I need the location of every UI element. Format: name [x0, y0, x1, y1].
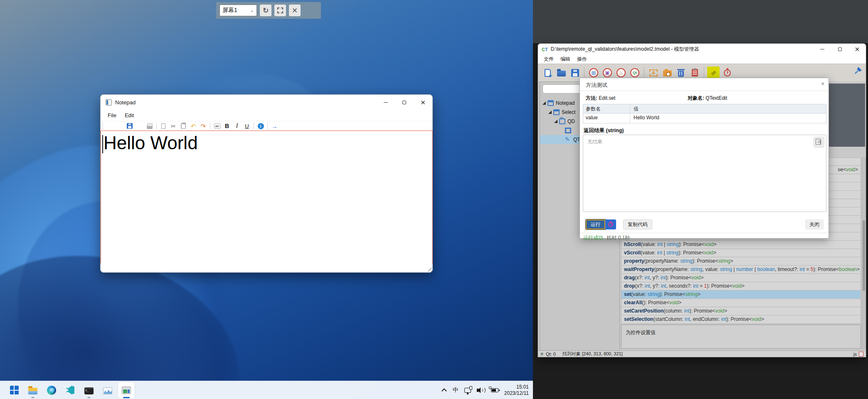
- dialog-close-button[interactable]: ×: [821, 81, 824, 87]
- new-file-button[interactable]: [105, 122, 115, 130]
- taskbar-vscode-button[interactable]: [62, 382, 79, 399]
- notepad-maximize-button[interactable]: [395, 95, 414, 110]
- forward-button[interactable]: →: [269, 122, 279, 130]
- network-icon[interactable]: [464, 388, 471, 393]
- target-image-button[interactable]: [601, 66, 614, 79]
- timer-button[interactable]: [721, 66, 733, 79]
- window-icon: [553, 109, 560, 115]
- taskbar-start-button[interactable]: [6, 382, 22, 399]
- target-window-button[interactable]: [587, 66, 600, 79]
- app-menu-item-1[interactable]: 编辑: [557, 55, 574, 64]
- font-button[interactable]: ab: [212, 122, 222, 130]
- scrollbar-thumb[interactable]: [863, 220, 865, 291]
- copy-button[interactable]: [158, 122, 168, 130]
- underline-button[interactable]: U: [242, 122, 252, 130]
- status-js-label: js: [853, 352, 857, 357]
- app-close-button[interactable]: ✕: [848, 44, 866, 55]
- bold-button[interactable]: B: [222, 122, 232, 130]
- toolbar-grip-handle[interactable]: [102, 123, 103, 129]
- method-row[interactable]: waitProperty(propertyName: string, value…: [621, 266, 861, 274]
- remote-desktop-view[interactable]: 屏幕1 ⌄ ↻ ✕ Notepad ✕ FileEdit ✂↶↷abBIUi→: [0, 0, 533, 399]
- refresh-button[interactable]: ↻: [260, 5, 271, 16]
- taskbar-terminal-button[interactable]: [81, 382, 97, 399]
- screen-select-dropdown[interactable]: 屏幕1 ⌄: [219, 5, 257, 16]
- start-icon: [10, 386, 19, 394]
- run-status-time: 耗时 0.1秒: [607, 235, 630, 241]
- camera-button[interactable]: [661, 66, 673, 79]
- link-button[interactable]: ∞: [707, 66, 720, 79]
- clipboard-button[interactable]: [688, 66, 701, 79]
- print-button[interactable]: [145, 122, 155, 130]
- redo-button[interactable]: ↷: [198, 122, 208, 130]
- method-row[interactable]: setCaretPosition(column: int): Promise<v…: [621, 307, 861, 315]
- open-folder-button[interactable]: [555, 66, 567, 79]
- method-row[interactable]: drop(x?: int, y?: int, seconds?: int = 1…: [621, 282, 861, 291]
- maximize-icon: [838, 47, 842, 51]
- method-row[interactable]: set(value: string): Promise<string>: [621, 291, 861, 299]
- resize-grip[interactable]: [426, 266, 432, 271]
- save-button[interactable]: [569, 66, 581, 79]
- app-menu-item-2[interactable]: 操作: [574, 55, 590, 64]
- taskbar-edge-button[interactable]: [43, 382, 60, 399]
- js-toggle-box[interactable]: [859, 352, 863, 357]
- volume-icon[interactable]: [477, 387, 485, 393]
- taskbar-model-manager-button[interactable]: [118, 382, 135, 399]
- ime-indicator[interactable]: 中: [453, 387, 459, 394]
- fullscreen-button[interactable]: [274, 5, 286, 16]
- method-label: 方法:: [586, 95, 597, 101]
- pin-icon[interactable]: [854, 66, 862, 75]
- table-row[interactable]: value Hello World: [583, 113, 826, 123]
- app-menu-item-0[interactable]: 文件: [540, 55, 557, 64]
- param-value-cell[interactable]: Hello World: [630, 113, 826, 123]
- notepad-minimize-button[interactable]: [376, 95, 395, 110]
- save-as-button[interactable]: [135, 122, 145, 130]
- taskbar-file-explorer-button[interactable]: [25, 382, 41, 399]
- copy-code-button[interactable]: 复制代码: [623, 219, 652, 229]
- param-value-header: 值: [630, 104, 826, 113]
- notepad-menu-file[interactable]: File: [104, 111, 120, 120]
- dialog-close-action-button[interactable]: 关闭: [805, 219, 824, 229]
- notepad-close-button[interactable]: ✕: [414, 95, 432, 110]
- method-row[interactable]: drag(x?: int, y?: int): Promise<void>: [621, 274, 861, 282]
- running-indicator: [32, 397, 35, 398]
- expander-icon[interactable]: [554, 120, 557, 123]
- clock[interactable]: 15:01 2023/12/11: [504, 384, 529, 397]
- paste-button[interactable]: [178, 122, 188, 130]
- cut-button[interactable]: ✂: [168, 122, 178, 130]
- app-title-text: D:\temp\remote_qt_validators\features\mo…: [551, 46, 699, 53]
- copy-result-button[interactable]: [814, 137, 824, 148]
- app-titlebar[interactable]: CT D:\temp\remote_qt_validators\features…: [538, 44, 866, 55]
- app-maximize-button[interactable]: [831, 44, 848, 55]
- method-list-scrollbar[interactable]: [862, 158, 866, 349]
- close-capture-button[interactable]: ✕: [289, 5, 301, 16]
- notepad-titlebar[interactable]: Notepad ✕: [101, 95, 432, 110]
- run-button[interactable]: 运行: [586, 219, 605, 229]
- save-button[interactable]: [125, 122, 135, 130]
- method-row[interactable]: clearAll(): Promise<void>: [621, 299, 861, 307]
- info-button[interactable]: i: [256, 122, 266, 130]
- notepad-text-area[interactable]: Hello World: [101, 131, 433, 264]
- method-row[interactable]: vScroll(value: int | string): Promise<vo…: [621, 249, 861, 257]
- taskbar-task-manager-button[interactable]: [99, 382, 116, 399]
- method-row[interactable]: setSelection(startColumn: int, endColumn…: [621, 315, 861, 324]
- tray-chevron-up-icon[interactable]: [441, 388, 447, 394]
- method-row[interactable]: hScroll(value: int | string): Promise<vo…: [621, 241, 861, 249]
- run-with-delay-button[interactable]: [605, 219, 616, 229]
- undo-button[interactable]: ↶: [188, 122, 198, 130]
- open-folder-button[interactable]: [115, 122, 125, 130]
- expander-icon[interactable]: [542, 101, 546, 105]
- method-row[interactable]: property(propertyName: string): Promise<…: [621, 257, 861, 266]
- target-java-button[interactable]: [615, 66, 627, 79]
- app-minimize-button[interactable]: [814, 44, 831, 55]
- edit-icon: [565, 137, 571, 143]
- refresh-icon: ↻: [263, 6, 269, 15]
- notepad-menu-edit[interactable]: Edit: [121, 111, 138, 120]
- select-region-button[interactable]: [647, 66, 660, 79]
- new-file-button[interactable]: [541, 66, 554, 79]
- expander-icon[interactable]: [548, 111, 552, 114]
- italic-button[interactable]: I: [232, 122, 242, 130]
- timer-icon: [724, 69, 731, 76]
- battery-icon[interactable]: [491, 388, 498, 392]
- target-qt-button[interactable]: [629, 66, 641, 79]
- trash-button[interactable]: [675, 66, 687, 79]
